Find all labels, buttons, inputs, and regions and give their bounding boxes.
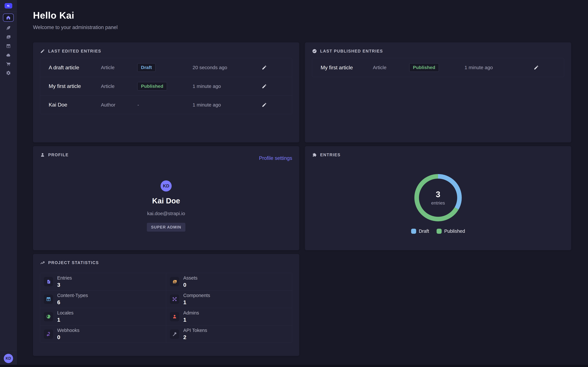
sidebar-divider — [0, 11, 17, 11]
window-bottom-edge — [0, 365, 588, 367]
entry-type: Article — [373, 65, 409, 70]
stat-text: Entries 3 — [57, 275, 72, 288]
stat-tile — [44, 295, 53, 304]
profile-settings-link[interactable]: Profile settings — [259, 155, 292, 161]
cloud-icon — [6, 52, 11, 58]
stat-tile — [170, 329, 179, 339]
widget-header: LAST EDITED ENTRIES — [33, 42, 299, 54]
stat-tile — [44, 329, 53, 339]
stat-text: Webhooks 0 — [57, 328, 79, 340]
sidebar-item-home[interactable] — [3, 14, 14, 22]
widget-entries: ENTRIES 3 entries Draft Published — [305, 146, 571, 250]
widget-header: LAST PUBLISHED ENTRIES — [305, 42, 571, 54]
layout-icon — [6, 43, 11, 49]
status-badge: Draft — [137, 63, 156, 72]
strapi-logo-glyph — [6, 4, 10, 8]
table-row[interactable]: My first article Article Published 1 min… — [40, 77, 292, 95]
globe-icon — [46, 314, 51, 319]
sidebar-item-deploy[interactable] — [6, 52, 11, 58]
widget-title: ENTRIES — [320, 152, 341, 157]
images-icon — [6, 34, 11, 40]
stats-grid: Entries 3 Assets 0 Content-Types 6 — [40, 273, 292, 343]
status-badge: Published — [409, 63, 439, 72]
widget-header: PROJECT STATISTICS — [33, 254, 299, 265]
table-row[interactable]: Kai Doe Author - 1 minute ago — [40, 95, 292, 114]
entries-count: 3 — [436, 190, 440, 199]
sidebar-item-content-manager[interactable] — [6, 25, 11, 31]
widget-title: LAST EDITED ENTRIES — [48, 49, 101, 53]
entry-status-cell: Published — [137, 82, 193, 91]
stat-tile — [170, 312, 179, 321]
stat-text: Components 1 — [183, 293, 210, 306]
profile-body: KD Kai Doe kai.doe@strapi.io SUPER ADMIN — [33, 180, 299, 232]
widget-title: LAST PUBLISHED ENTRIES — [320, 49, 383, 53]
legend-item-draft: Draft — [411, 228, 429, 234]
stat-value: 1 — [183, 317, 199, 323]
stat-text: Assets 0 — [183, 275, 198, 288]
stat-tile — [44, 277, 53, 286]
edit-entry-button[interactable] — [261, 83, 268, 90]
entry-time: 1 minute ago — [193, 83, 261, 89]
role-badge: SUPER ADMIN — [147, 223, 186, 232]
widget-last-edited-entries: LAST EDITED ENTRIES A draft article Arti… — [33, 42, 299, 142]
stat-webhooks: Webhooks 0 — [40, 325, 166, 343]
published-swatch — [437, 229, 442, 234]
legend-label: Published — [444, 228, 465, 234]
profile-email: kai.doe@strapi.io — [147, 211, 185, 216]
donut-legend: Draft Published — [305, 228, 571, 234]
edit-entry-button[interactable] — [533, 64, 540, 71]
entry-time: 1 minute ago — [465, 65, 533, 70]
entry-status-cell: Draft — [137, 63, 193, 72]
stat-assets: Assets 0 — [166, 273, 292, 290]
images-icon — [172, 279, 177, 284]
stat-tile — [170, 295, 179, 304]
cart-icon — [6, 61, 11, 67]
widget-title: PROJECT STATISTICS — [48, 260, 99, 265]
sidebar: KD — [0, 0, 17, 367]
stat-label: Assets — [183, 275, 198, 281]
pencil-icon — [261, 102, 267, 108]
stat-label: Webhooks — [57, 328, 79, 333]
pencil-icon — [261, 83, 267, 89]
sidebar-item-content-type-builder[interactable] — [6, 43, 11, 49]
stat-tile — [170, 277, 179, 286]
stat-api-tokens: API Tokens 2 — [166, 325, 292, 343]
sidebar-item-media-library[interactable] — [6, 34, 11, 40]
widget-project-statistics: PROJECT STATISTICS Entries 3 Assets 0 — [33, 254, 299, 356]
stat-locales: Locales 1 — [40, 308, 166, 325]
table-row[interactable]: A draft article Article Draft 20 seconds… — [40, 58, 292, 77]
widget-profile: PROFILE Profile settings KD Kai Doe kai.… — [33, 146, 299, 250]
entry-time: 1 minute ago — [193, 102, 261, 108]
entry-type: Author — [101, 102, 138, 108]
puzzle-icon — [312, 152, 317, 157]
sidebar-item-settings[interactable] — [6, 70, 11, 75]
stat-text: Admins 1 — [183, 310, 199, 323]
check-circle-icon — [312, 49, 317, 54]
stat-value: 0 — [57, 334, 79, 340]
feather-icon — [6, 25, 11, 31]
stat-text: Locales 1 — [57, 310, 73, 323]
table-row[interactable]: My first article Article Published 1 min… — [312, 58, 564, 77]
stat-admins: Admins 1 — [166, 308, 292, 325]
entry-type: Article — [101, 65, 138, 70]
stat-label: API Tokens — [183, 328, 207, 333]
stat-text: API Tokens 2 — [183, 328, 207, 340]
stat-label: Admins — [183, 310, 199, 316]
stat-value: 3 — [57, 282, 72, 288]
stat-content-types: Content-Types 6 — [40, 290, 166, 308]
stat-label: Content-Types — [57, 293, 88, 298]
edit-entry-button[interactable] — [261, 64, 268, 71]
sidebar-user-avatar[interactable]: KD — [4, 354, 13, 363]
sidebar-bottom: KD — [0, 350, 17, 367]
status-empty: - — [137, 102, 139, 108]
entry-name: My first article — [321, 65, 373, 71]
widget-last-published-entries: LAST PUBLISHED ENTRIES My first article … — [305, 42, 571, 142]
user-icon — [40, 152, 45, 157]
strapi-logo[interactable] — [5, 3, 12, 8]
stat-label: Components — [183, 293, 210, 298]
edit-entry-button[interactable] — [261, 101, 268, 108]
sidebar-item-marketplace[interactable] — [6, 61, 11, 67]
pencil-icon — [40, 49, 45, 54]
entries-count-label: entries — [431, 200, 445, 206]
stat-value: 1 — [57, 317, 73, 323]
